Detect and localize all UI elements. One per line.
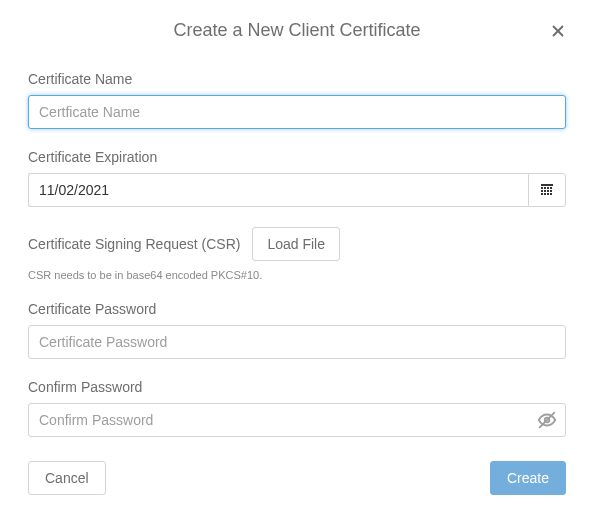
- eye-off-icon[interactable]: [536, 409, 558, 431]
- certificate-name-label: Certificate Name: [28, 71, 566, 87]
- date-picker-button[interactable]: [528, 173, 566, 207]
- close-icon[interactable]: [550, 22, 566, 42]
- svg-rect-7: [541, 190, 543, 192]
- certificate-expiration-input[interactable]: [28, 173, 528, 207]
- csr-label: Certificate Signing Request (CSR): [28, 236, 240, 252]
- svg-rect-3: [541, 187, 543, 189]
- certificate-password-label: Certificate Password: [28, 301, 566, 317]
- confirm-password-field: Confirm Password: [28, 379, 566, 437]
- svg-rect-6: [550, 187, 552, 189]
- dialog-header: Create a New Client Certificate: [28, 20, 566, 41]
- dialog-footer: Cancel Create: [28, 461, 566, 495]
- svg-rect-10: [550, 190, 552, 192]
- svg-rect-12: [544, 193, 546, 195]
- calendar-icon: [540, 182, 554, 199]
- dialog-title: Create a New Client Certificate: [173, 20, 420, 41]
- svg-rect-13: [547, 193, 549, 195]
- confirm-password-input[interactable]: [28, 403, 566, 437]
- cancel-button[interactable]: Cancel: [28, 461, 106, 495]
- certificate-password-field: Certificate Password: [28, 301, 566, 359]
- svg-rect-9: [547, 190, 549, 192]
- svg-rect-14: [550, 193, 552, 195]
- svg-rect-5: [547, 187, 549, 189]
- certificate-name-input[interactable]: [28, 95, 566, 129]
- csr-hint: CSR needs to be in base64 encoded PKCS#1…: [28, 269, 566, 281]
- csr-field: Certificate Signing Request (CSR) Load F…: [28, 227, 566, 281]
- certificate-expiration-field: Certificate Expiration: [28, 149, 566, 207]
- svg-rect-8: [544, 190, 546, 192]
- svg-rect-11: [541, 193, 543, 195]
- certificate-password-input[interactable]: [28, 325, 566, 359]
- create-button[interactable]: Create: [490, 461, 566, 495]
- certificate-name-field: Certificate Name: [28, 71, 566, 129]
- svg-rect-2: [541, 184, 553, 186]
- load-file-button[interactable]: Load File: [252, 227, 340, 261]
- confirm-password-label: Confirm Password: [28, 379, 566, 395]
- certificate-expiration-label: Certificate Expiration: [28, 149, 566, 165]
- svg-rect-4: [544, 187, 546, 189]
